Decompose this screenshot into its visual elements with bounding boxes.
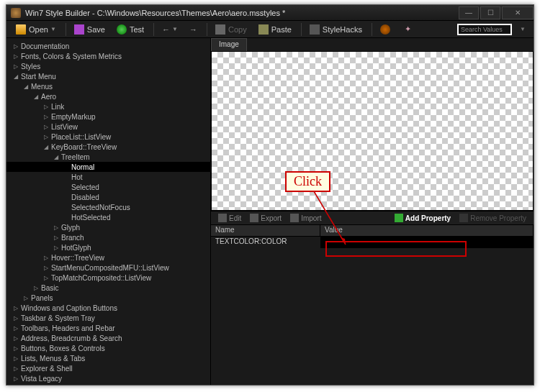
expander-open-icon[interactable]: ◢ <box>22 83 30 90</box>
tree-item[interactable]: ◢Menus <box>6 81 210 91</box>
remove-property-button[interactable]: Remove Property <box>455 214 531 222</box>
expander-closed-icon[interactable]: ▷ <box>42 254 50 261</box>
tree-item[interactable]: ▷Styles <box>6 61 210 71</box>
tree-item[interactable]: ▷Hover::TreeView <box>6 252 210 263</box>
tree-item[interactable]: Disabled <box>6 192 210 202</box>
tree-item[interactable]: ▷Branch <box>6 232 210 242</box>
expander-closed-icon[interactable]: ▷ <box>53 224 60 231</box>
col-value[interactable]: Value <box>320 225 534 236</box>
expander-closed-icon[interactable]: ▷ <box>53 244 60 251</box>
tree-item[interactable]: ▷Basic <box>6 283 210 293</box>
tree-item[interactable]: ▷PlaceList::ListView <box>6 132 210 142</box>
forward-button[interactable]: → <box>184 23 202 36</box>
tree-item[interactable]: ▷ListView <box>6 122 210 132</box>
close-button[interactable]: ✕ <box>502 6 534 19</box>
tree-item[interactable]: ◢KeyBoard::TreeView <box>6 142 210 152</box>
tree-item[interactable]: ▷StartMenuCompositedMFU::ListView <box>6 263 210 273</box>
tree-item[interactable]: ◢Start Menu <box>6 71 210 81</box>
expander-closed-icon[interactable]: ▷ <box>12 334 19 342</box>
tree-item[interactable]: ▷Taskbar & System Tray <box>6 313 210 323</box>
tree-item[interactable]: Selected <box>6 182 210 192</box>
tree-item[interactable]: ▷Link <box>6 101 210 111</box>
expander-closed-icon[interactable]: ▷ <box>42 103 50 110</box>
settings-button[interactable]: ▼ <box>516 23 529 36</box>
test-button[interactable]: Test <box>112 22 149 37</box>
property-value[interactable] <box>320 237 534 248</box>
tree-item[interactable]: ▷Explorer & Shell <box>6 363 210 373</box>
expander-closed-icon[interactable]: ▷ <box>12 42 19 50</box>
tree-item[interactable]: ▷Lists, Menus & Tabs <box>6 353 210 363</box>
expander-open-icon[interactable]: ◢ <box>32 93 40 100</box>
tree-item[interactable]: ▷Vista Legacy <box>6 373 210 383</box>
copy-button[interactable]: Copy <box>210 22 252 37</box>
paste-button[interactable]: Paste <box>253 22 297 37</box>
import-button[interactable]: Import <box>286 214 325 222</box>
tree-item-label: Panels <box>31 294 53 302</box>
expander-open-icon[interactable]: ◢ <box>53 153 60 160</box>
tree-item[interactable]: ▷Windows and Caption Buttons <box>6 303 210 313</box>
image-preview[interactable] <box>211 51 534 211</box>
wand-icon: ✦ <box>405 24 411 34</box>
property-toolbar: Edit Export Import Add Property Remove P… <box>211 211 534 225</box>
tree-item[interactable]: ▷EmptyMarkup <box>6 111 210 122</box>
save-button[interactable]: Save <box>69 22 110 37</box>
export-button[interactable]: Export <box>246 214 286 222</box>
expander-closed-icon[interactable]: ▷ <box>12 314 19 322</box>
expander-closed-icon[interactable]: ▷ <box>12 345 19 352</box>
tree-item-label: SelectedNotFocus <box>71 204 130 211</box>
tree-item[interactable]: ▷Documentation <box>6 41 210 51</box>
tree-item[interactable]: ▷TopMatchComposited::ListView <box>6 273 210 283</box>
minimize-button[interactable]: — <box>459 6 479 19</box>
tree-item[interactable]: ▷Address, Breadcrumb & Search <box>6 333 210 343</box>
back-button[interactable]: ←▼ <box>157 23 183 36</box>
tree-item[interactable]: SelectedNotFocus <box>6 202 210 212</box>
tree-item[interactable]: ◢TreeItem <box>6 152 210 162</box>
expander-closed-icon[interactable]: ▷ <box>42 133 50 140</box>
expander-closed-icon[interactable]: ▷ <box>32 284 40 291</box>
expander-closed-icon[interactable]: ▷ <box>12 63 19 70</box>
expander-closed-icon[interactable]: ▷ <box>12 365 19 372</box>
tree-item[interactable]: Normal <box>6 162 210 172</box>
expander-closed-icon[interactable]: ▷ <box>12 355 19 362</box>
tree-item[interactable]: ▷Panels <box>6 293 210 303</box>
expander-open-icon[interactable]: ◢ <box>12 73 19 80</box>
tree-item[interactable]: ▷Toolbars, Headers and Rebar <box>6 323 210 333</box>
separator <box>207 23 207 36</box>
add-property-button[interactable]: Add Property <box>390 214 455 222</box>
tree-panel[interactable]: ▷Documentation▷Fonts, Colors & System Me… <box>6 38 211 385</box>
property-grid-body[interactable]: TEXTCOLOR:COLOR <box>211 237 534 385</box>
titlebar[interactable]: Win7 Style Builder - C:\Windows\Resource… <box>6 5 534 21</box>
expander-closed-icon[interactable]: ▷ <box>12 375 19 382</box>
tree-item[interactable]: HotSelected <box>6 212 210 222</box>
edit-button[interactable]: Edit <box>214 214 246 222</box>
tree-item[interactable]: ▷HotGlyph <box>6 242 210 252</box>
stylehacks-button[interactable]: StyleHacks <box>305 22 367 37</box>
expander-none <box>63 204 70 211</box>
tree-item[interactable]: ▷Buttons, Boxes & Controls <box>6 343 210 353</box>
tree-item[interactable]: Hot <box>6 172 210 182</box>
property-row[interactable]: TEXTCOLOR:COLOR <box>211 237 534 248</box>
tree-item[interactable]: ▷Glyph <box>6 222 210 232</box>
expander-closed-icon[interactable]: ▷ <box>12 304 19 311</box>
expander-none <box>63 193 70 201</box>
maximize-button[interactable]: ☐ <box>480 6 500 19</box>
tree-item[interactable]: ▷Fonts, Colors & System Metrics <box>6 51 210 61</box>
expander-closed-icon[interactable]: ▷ <box>42 274 50 281</box>
wand-button[interactable]: ✦ <box>400 22 416 36</box>
expander-closed-icon[interactable]: ▷ <box>12 53 19 60</box>
separator <box>153 23 154 36</box>
open-button[interactable]: Open▼ <box>11 22 61 37</box>
tab-image[interactable]: Image <box>211 38 247 51</box>
expander-closed-icon[interactable]: ▷ <box>42 264 50 271</box>
expander-closed-icon[interactable]: ▷ <box>42 123 50 130</box>
info-button[interactable] <box>375 22 398 37</box>
tree-item-label: Menus <box>31 83 53 91</box>
expander-open-icon[interactable]: ◢ <box>42 143 50 150</box>
expander-closed-icon[interactable]: ▷ <box>53 234 60 241</box>
tree-item[interactable]: ◢Aero <box>6 91 210 101</box>
search-input[interactable]: Search Values <box>457 24 512 35</box>
expander-closed-icon[interactable]: ▷ <box>12 324 19 332</box>
col-name[interactable]: Name <box>211 225 320 236</box>
expander-closed-icon[interactable]: ▷ <box>42 113 50 120</box>
expander-closed-icon[interactable]: ▷ <box>22 294 30 301</box>
